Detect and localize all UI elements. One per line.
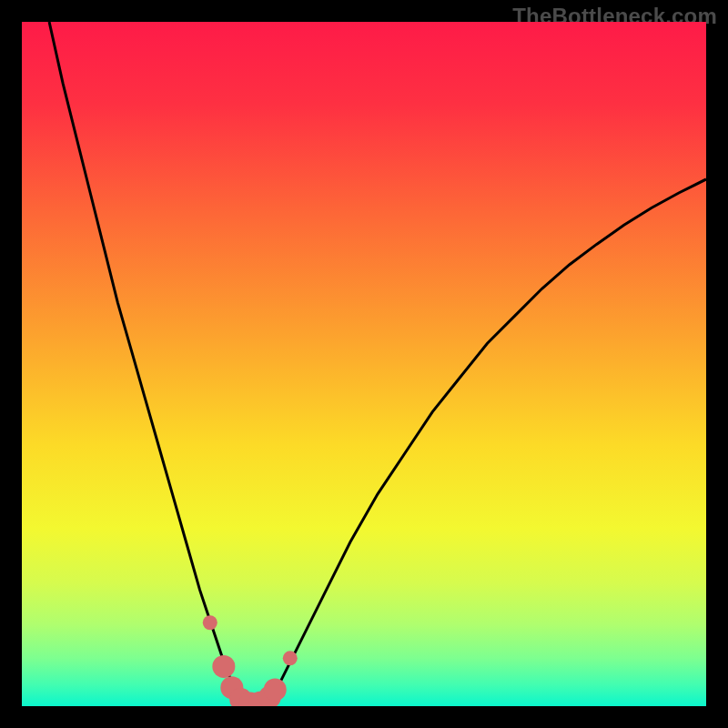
marker-dot [264, 678, 287, 701]
marker-dot [203, 615, 217, 630]
chart-frame: TheBottleneck.com [0, 0, 728, 728]
gradient-background [22, 22, 706, 706]
plot-area [22, 22, 706, 706]
marker-dot [212, 655, 235, 678]
bottleneck-chart [22, 22, 706, 706]
marker-dot [283, 651, 298, 665]
